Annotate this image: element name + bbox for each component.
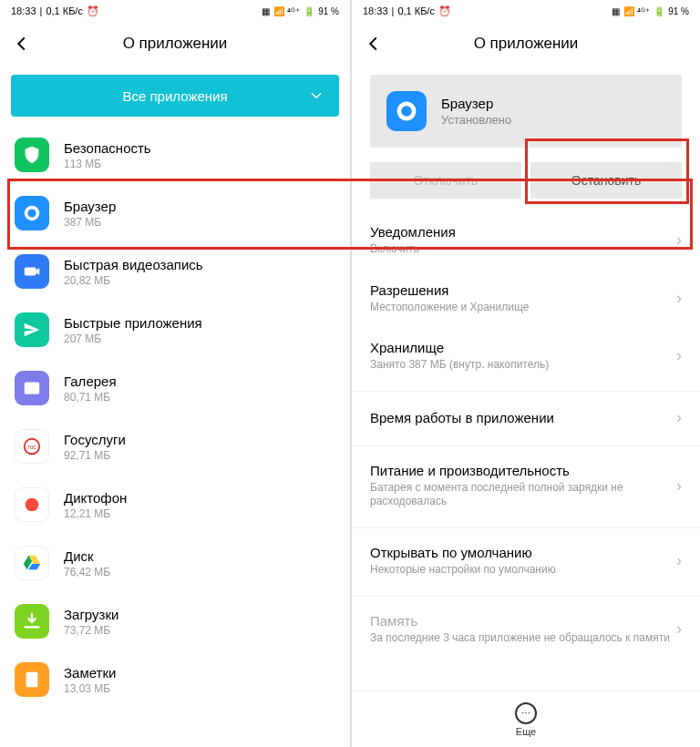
app-name: Браузер [441,96,511,111]
app-row[interactable]: Диктофон 12,21 МБ [0,476,350,534]
app-icon [15,254,49,289]
screen-app-detail: 18:33 | 0,1 КБ/с ⏰ ▦ 📶 ⁴ᴳ⁺ 🔋 91 % О прил… [350,0,700,747]
chevron-right-icon: › [676,230,682,250]
app-row[interactable]: Диск 76,42 МБ [0,534,350,592]
app-icon [15,371,49,405]
status-time: 18:33 [11,5,36,16]
app-row[interactable]: Загрузки 73,72 МБ [0,592,350,650]
battery-pct: 91 % [668,6,689,16]
back-button[interactable] [363,33,385,55]
alarm-icon: ⏰ [438,5,451,17]
more-icon: ⋯ [515,702,537,724]
app-row[interactable]: Заметки 13,03 МБ [0,650,350,709]
app-name: Галерея [64,374,117,389]
back-button[interactable] [11,33,33,55]
setting-title: Уведомления [370,224,676,240]
settings-list: Уведомления Включить › Разрешения Местоп… [352,211,700,691]
more-button[interactable]: ⋯ Еще [352,691,700,747]
app-name: Диск [64,548,110,564]
stop-button[interactable]: Остановить [530,162,682,199]
more-label: Еще [516,726,536,737]
app-icon [15,138,49,172]
app-icon [15,196,49,230]
status-bar: 18:33 | 0,1 КБ/с ⏰ ▦ 📶 ⁴ᴳ⁺ 🔋 91 % [0,0,350,22]
svg-point-4 [27,384,31,388]
chevron-left-icon [365,36,382,52]
setting-row[interactable]: Время работы в приложении › [352,391,700,440]
signal-icon: 📶 ⁴ᴳ⁺ [623,6,650,16]
app-row[interactable]: Браузер 387 МБ [0,184,350,242]
battery-pct: 91 % [318,6,339,16]
setting-subtitle: Батарея с момента последней полной заряд… [370,481,676,509]
sim-icon: ▦ [262,6,270,16]
app-row[interactable]: гос Госуслуги 92,71 МБ [0,417,350,476]
status-speed: 0,1 КБ/с [46,5,83,16]
battery-icon: 🔋 [654,6,664,16]
globe-icon [394,98,419,124]
disable-button[interactable]: Отключить [370,162,521,199]
setting-title: Хранилище [370,340,676,355]
app-row[interactable]: Галерея 80,71 МБ [0,359,350,417]
status-speed: 0,1 КБ/с [397,5,435,16]
setting-subtitle: Включить [370,242,676,257]
dropdown-label: Все приложения [122,88,227,104]
app-row[interactable]: Быстрая видеозапись 20,82 МБ [0,242,350,301]
app-icon [15,312,49,347]
app-name: Браузер [64,199,116,214]
chevron-down-icon [310,89,323,102]
setting-subtitle: Некоторые настройки по умолчанию [370,563,676,578]
setting-title: Время работы в приложении [370,410,676,425]
setting-row[interactable]: Уведомления Включить › [352,211,700,270]
app-size: 73,72 МБ [64,624,118,637]
setting-row[interactable]: Питание и производительность Батарея с м… [352,445,700,522]
app-name: Заметки [64,665,116,680]
app-size: 207 МБ [64,333,202,345]
app-name: Безопасность [64,140,151,156]
battery-icon: 🔋 [304,6,314,16]
app-name: Загрузки [64,607,118,622]
setting-row[interactable]: Хранилище Занято 387 МБ (внутр. накопите… [352,327,700,385]
signal-icon: 📶 ⁴ᴳ⁺ [273,6,300,16]
app-icon [15,487,49,522]
setting-title: Память [370,613,676,629]
app-list: Безопасность 113 МБ Браузер 387 МБ Быстр… [0,126,350,747]
screen-app-list: 18:33 | 0,1 КБ/с ⏰ ▦ 📶 ⁴ᴳ⁺ 🔋 91 % О прил… [0,0,350,747]
setting-subtitle: Местоположение и Хранилище [370,301,676,315]
app-header: О приложении [352,22,700,66]
setting-title: Открывать по умолчанию [370,545,676,560]
svg-point-1 [27,209,36,217]
app-icon [15,546,49,580]
app-size: 13,03 МБ [64,682,116,695]
app-row[interactable]: Быстрые приложения 207 МБ [0,301,350,359]
app-icon [386,91,427,131]
app-name: Диктофон [64,490,127,506]
setting-subtitle: За последние 3 часа приложение не обраща… [370,631,676,646]
alarm-icon: ⏰ [87,5,99,17]
sim-icon: ▦ [612,6,620,16]
app-size: 12,21 МБ [64,507,127,520]
chevron-left-icon [14,36,30,52]
app-icon: гос [15,429,49,464]
status-time: 18:33 [363,5,388,16]
chevron-right-icon: › [676,476,682,496]
app-header: О приложении [0,22,350,66]
app-size: 113 МБ [64,158,151,170]
app-name: Госуслуги [64,432,126,447]
apps-filter-dropdown[interactable]: Все приложения [11,75,339,117]
app-icon [15,604,49,639]
chevron-right-icon: › [676,408,682,427]
app-row[interactable]: Безопасность 113 МБ [0,126,350,184]
setting-row[interactable]: Память За последние 3 часа приложение не… [352,596,700,659]
app-size: 76,42 МБ [64,566,110,578]
setting-row[interactable]: Открывать по умолчанию Некоторые настрой… [352,527,700,590]
app-icon [15,662,49,697]
action-buttons: Отключить Остановить [352,157,700,211]
setting-title: Разрешения [370,282,676,298]
setting-row[interactable]: Разрешения Местоположение и Хранилище › [352,270,700,328]
chevron-right-icon: › [676,619,682,639]
app-name: Быстрая видеозапись [64,257,203,272]
chevron-right-icon: › [676,289,682,308]
app-summary-card: Браузер Установлено [370,75,682,148]
page-title: О приложении [474,35,579,53]
app-install-status: Установлено [441,113,511,127]
